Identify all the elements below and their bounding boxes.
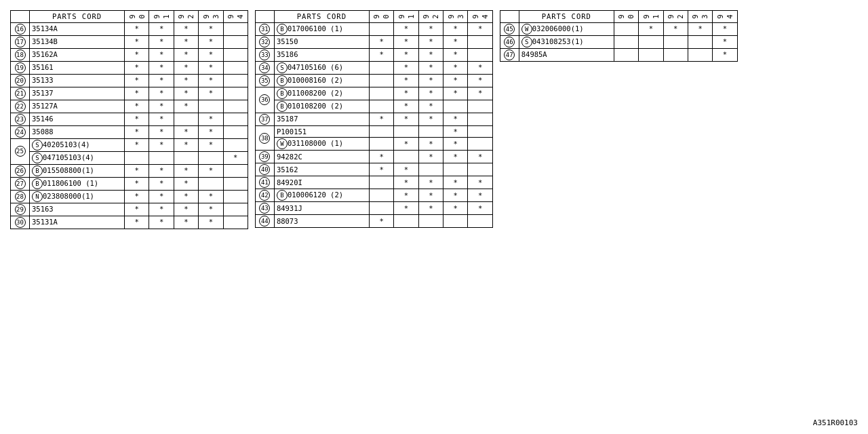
table-row: 2235127A*** xyxy=(11,100,248,113)
table-row: 31B017006100 (1)**** xyxy=(255,22,492,35)
table-row: 26B015508800(1)**** xyxy=(11,164,248,177)
table-row: 42B010006120 (2)**** xyxy=(255,189,492,202)
table-row: 46S043108253(1)* xyxy=(500,35,737,48)
table-row: 2135137**** xyxy=(11,87,248,100)
table-row: 2935163**** xyxy=(11,203,248,216)
table-row: 25S40205103(4)**** xyxy=(11,138,248,151)
table-2: PARTS CORD909192939431B017006100 (1)****… xyxy=(255,10,493,228)
table-row: 35B010008160 (2)**** xyxy=(255,74,492,87)
table-row: 1935161**** xyxy=(11,61,248,74)
table-row: 4784985A* xyxy=(500,48,737,61)
table-row: 28N023808000(1)**** xyxy=(11,190,248,203)
table-row: 2335146*** xyxy=(11,113,248,125)
table-row: 1835162A**** xyxy=(11,48,248,61)
table-row: 1635134A**** xyxy=(11,22,248,35)
table-row: 4184920I**** xyxy=(255,176,492,189)
table-row: 3735187**** xyxy=(255,113,492,125)
page-container: PARTS CORD90919293941635134A****1735134B… xyxy=(0,0,868,239)
document-id: A351R00103 xyxy=(813,418,858,427)
table-row: 34S047105160 (6)**** xyxy=(255,61,492,74)
table-row: 45W032006000(1)**** xyxy=(500,22,737,35)
table-row: 1735134B**** xyxy=(11,35,248,48)
table-row: 38P100151* xyxy=(255,125,492,138)
table-row: 3235150**** xyxy=(255,35,492,48)
table-row: 4035162** xyxy=(255,163,492,176)
table-row: 4488073* xyxy=(255,215,492,228)
table-row: 36B011008200 (2)**** xyxy=(255,87,492,100)
table-3: PARTS CORD909192939445W032006000(1)****4… xyxy=(500,10,738,62)
table-row: 3994282C**** xyxy=(255,151,492,163)
table-row: S047105103(4)* xyxy=(11,151,248,164)
table-row: 4384931J**** xyxy=(255,202,492,215)
table-1: PARTS CORD90919293941635134A****1735134B… xyxy=(10,10,248,229)
table-row: B010108200 (2)** xyxy=(255,100,492,113)
table-row: 27B011806100 (1)*** xyxy=(11,177,248,190)
table-row: 3035131A**** xyxy=(11,216,248,229)
table-row: 2435088**** xyxy=(11,125,248,138)
table-row: 3335186**** xyxy=(255,48,492,61)
table-row: W031108000 (1)*** xyxy=(255,138,492,151)
table-row: 2035133**** xyxy=(11,74,248,87)
